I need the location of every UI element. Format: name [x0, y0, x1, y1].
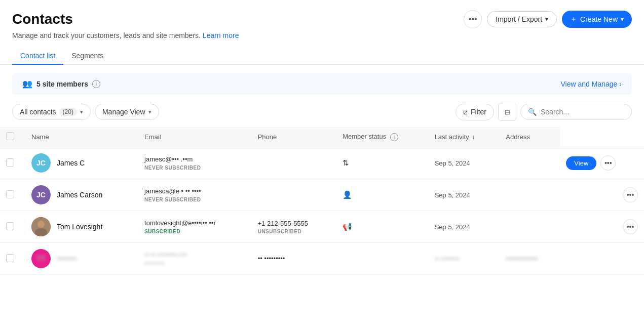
- tab-contact-list[interactable]: Contact list: [12, 48, 63, 65]
- actions-cell: •••: [560, 179, 644, 211]
- last-activity-cell: Sep 5, 2024: [429, 147, 500, 179]
- member-status-icon: 📢: [343, 222, 352, 231]
- plus-icon: ＋: [570, 15, 577, 24]
- row-checkbox-cell: [0, 147, 25, 179]
- contact-name: James C: [57, 159, 85, 167]
- contact-more-button[interactable]: •••: [623, 219, 638, 234]
- contact-name: Tom Lovesight: [57, 223, 102, 231]
- phone-cell: •• •••••••••: [252, 243, 337, 275]
- table-header-row: Name Email Phone Member status i Last ac…: [0, 127, 644, 147]
- filter-button[interactable]: ⧄ Filter: [456, 104, 494, 120]
- svg-point-1: [37, 221, 45, 228]
- row-checkbox[interactable]: [6, 190, 14, 198]
- last-activity-date: Sep 5, 2024: [435, 191, 470, 199]
- contacts-table: Name Email Phone Member status i Last ac…: [0, 127, 644, 275]
- manage-view-dropdown[interactable]: Manage View ▾: [95, 104, 159, 120]
- email-status-badge: SUBSCRIBED: [144, 229, 180, 234]
- address-cell: •••••••••••••: [500, 243, 560, 275]
- table-row: JC James Carson jamesca@e • •• •••• NEVE…: [0, 179, 644, 211]
- actions-cell: View •••: [560, 147, 644, 179]
- filter-icon: ⧄: [463, 108, 468, 116]
- create-new-button[interactable]: ＋ Create New ▾: [562, 11, 632, 28]
- phone-text: •• •••••••••: [258, 255, 285, 262]
- last-activity-cell: •• ••••••••: [429, 243, 500, 275]
- page-header: Contacts ••• Import / Export ▾ ＋ Create …: [0, 0, 644, 39]
- search-input[interactable]: [541, 108, 624, 116]
- member-status-info-icon[interactable]: i: [390, 133, 398, 141]
- import-export-button[interactable]: Import / Export ▾: [487, 11, 557, 27]
- name-cell: TT ••••••••: [25, 243, 138, 275]
- learn-more-link[interactable]: Learn more: [203, 31, 239, 39]
- search-icon: 🔍: [528, 108, 537, 116]
- contacts-count-badge: (20): [59, 108, 77, 116]
- member-status-cell: ⇅: [336, 147, 428, 179]
- page-title: Contacts: [12, 11, 73, 27]
- email-cell: •• •• •••••••••.••• ••••••••••: [138, 243, 252, 275]
- row-checkbox[interactable]: [6, 222, 14, 230]
- select-all-checkbox[interactable]: [6, 132, 14, 140]
- member-status-icon: 👤: [343, 190, 352, 199]
- col-name: Name: [25, 127, 138, 147]
- member-status-cell: 👤: [336, 179, 428, 211]
- page-subtitle: Manage and track your customers, leads a…: [12, 31, 632, 39]
- email-text: •• •• •••••••••.•••: [144, 251, 246, 259]
- row-checkbox[interactable]: [6, 254, 14, 262]
- create-new-label: Create New: [580, 15, 618, 23]
- svg-point-2: [35, 228, 47, 236]
- contact-more-button[interactable]: •••: [623, 187, 638, 202]
- name-cell: JC James Carson: [25, 179, 138, 211]
- toolbar: All contacts (20) ▾ Manage View ▾ ⧄ Filt…: [12, 103, 632, 121]
- chevron-down-icon: ▾: [148, 109, 151, 115]
- last-activity-cell: Sep 5, 2024: [429, 211, 500, 243]
- contact-name: ••••••••: [57, 255, 77, 263]
- address-cell: [500, 147, 560, 179]
- col-last-activity[interactable]: Last activity ↓: [429, 127, 500, 147]
- import-export-label: Import / Export: [496, 15, 542, 23]
- view-contact-button[interactable]: View: [566, 156, 596, 170]
- row-checkbox-cell: [0, 179, 25, 211]
- members-count: 5 site members: [36, 80, 88, 88]
- actions-cell: •••: [560, 211, 644, 243]
- adjust-columns-button[interactable]: ⊟: [498, 103, 516, 121]
- col-phone: Phone: [252, 127, 337, 147]
- row-checkbox-cell: [0, 243, 25, 275]
- avatar: JC: [31, 185, 51, 204]
- phone-cell: [252, 179, 337, 211]
- people-icon: 👥: [22, 79, 32, 89]
- email-cell: tomlovesight@e••••i•• ••r SUBSCRIBED: [138, 211, 252, 243]
- table-row: JC James C jamesc@••• .••m NEVER SUBSCRI…: [0, 147, 644, 179]
- email-status-badge: NEVER SUBSCRIBED: [144, 197, 201, 202]
- avatar: JC: [31, 153, 51, 173]
- phone-status-badge: UNSUBSCRIBED: [258, 229, 331, 234]
- email-cell: jamesc@••• .••m NEVER SUBSCRIBED: [138, 147, 252, 179]
- table-row: Tom Lovesight tomlovesight@e••••i•• ••r …: [0, 211, 644, 243]
- col-address: Address: [500, 127, 560, 147]
- chevron-down-icon-create: ▾: [621, 16, 624, 23]
- phone-cell: [252, 147, 337, 179]
- avatar: TT: [31, 249, 51, 268]
- last-activity-date: Sep 5, 2024: [435, 159, 470, 167]
- members-bar: 👥 5 site members i View and Manage ›: [12, 73, 632, 95]
- last-activity-date: •• ••••••••: [435, 255, 460, 263]
- search-box[interactable]: 🔍: [520, 104, 632, 120]
- avatar: [31, 217, 51, 236]
- last-activity-date: Sep 5, 2024: [435, 223, 470, 231]
- chevron-right-icon: ›: [619, 80, 622, 88]
- name-cell: Tom Lovesight: [25, 211, 138, 243]
- row-checkbox[interactable]: [6, 158, 14, 167]
- table-row: TT •••••••• •• •• •••••••••.••• ••••••••…: [0, 243, 644, 275]
- info-icon[interactable]: i: [92, 80, 100, 88]
- email-status-badge: NEVER SUBSCRIBED: [144, 165, 201, 171]
- all-contacts-dropdown[interactable]: All contacts (20) ▾: [12, 104, 91, 120]
- contact-more-button[interactable]: •••: [600, 155, 616, 171]
- view-manage-link[interactable]: View and Manage ›: [561, 80, 622, 88]
- email-cell: jamesca@e • •• •••• NEVER SUBSCRIBED: [138, 179, 252, 211]
- row-checkbox-cell: [0, 211, 25, 243]
- more-options-button[interactable]: •••: [464, 10, 482, 28]
- tab-segments[interactable]: Segments: [63, 48, 111, 65]
- email-text: jamesca@e • •• ••••: [144, 187, 246, 195]
- member-status-cell: [336, 243, 428, 275]
- email-status-badge: ••••••••••: [144, 261, 165, 266]
- address-cell: [500, 211, 560, 243]
- contact-name: James Carson: [57, 191, 102, 199]
